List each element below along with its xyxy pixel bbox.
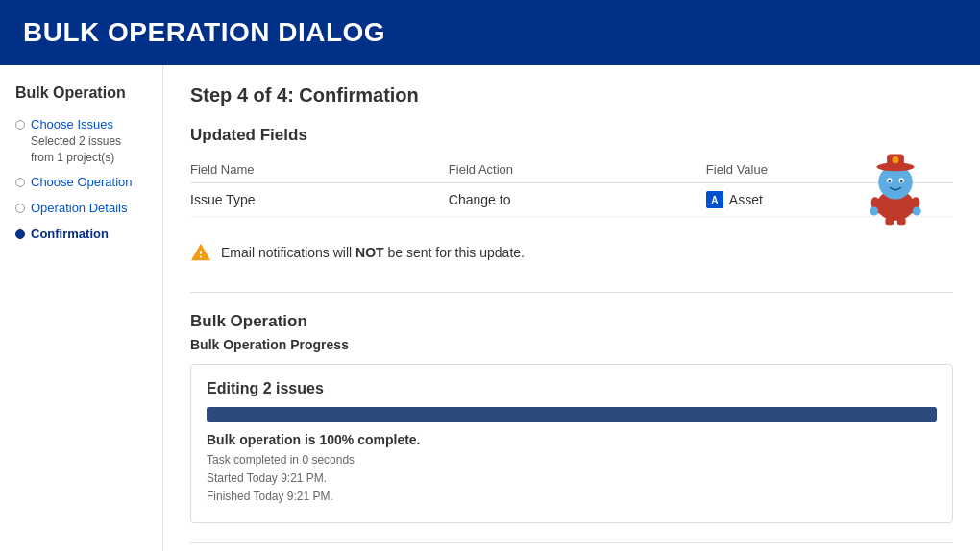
svg-point-4: [888, 180, 891, 183]
main-content: Step 4 of 4: Confirmation: [163, 65, 980, 551]
sidebar-item-label-choose-issues: Choose Issues: [31, 117, 147, 133]
warning-text: Email notifications will NOT be sent for…: [221, 245, 525, 260]
dot-icon-choose-issues: [15, 120, 25, 130]
sidebar-item-label-confirmation: Confirmation: [31, 227, 109, 243]
field-value-text: Asset: [729, 192, 763, 207]
col-header-field-action: Field Action: [449, 156, 706, 183]
col-header-field-name: Field Name: [190, 156, 449, 183]
table-row: Issue Type Change to A Asset: [190, 183, 953, 217]
progress-bar-fill: [207, 407, 937, 422]
sidebar-item-label-operation-details: Operation Details: [31, 201, 127, 217]
section-divider: [190, 292, 953, 293]
dot-icon-choose-operation: [15, 178, 25, 187]
progress-detail-line-1: Task completed in 0 seconds: [207, 451, 937, 469]
bulk-progress-title: Bulk Operation Progress: [190, 337, 953, 352]
cell-field-name: Issue Type: [190, 183, 449, 217]
sidebar-item-choose-issues[interactable]: Choose Issues Selected 2 issues from 1 p…: [15, 117, 147, 165]
svg-point-5: [900, 180, 903, 183]
updated-fields-table: Field Name Field Action Field Value Issu…: [190, 156, 953, 217]
header-title: BULK OPERATION DIALOG: [23, 17, 385, 47]
svg-point-8: [892, 156, 898, 163]
dot-icon-operation-details: [15, 204, 25, 213]
svg-rect-12: [897, 218, 906, 225]
mascot-icon: [857, 150, 934, 227]
asset-type-icon: A: [706, 191, 723, 208]
mascot-container: [857, 150, 934, 229]
svg-rect-11: [885, 218, 894, 225]
progress-detail-line-2: Started Today 9:21 PM.: [207, 469, 937, 488]
sidebar-item-choose-operation[interactable]: Choose Operation: [15, 175, 147, 191]
sidebar-item-label-choose-operation: Choose Operation: [31, 175, 133, 191]
progress-box: Editing 2 issues Bulk operation is 100% …: [190, 364, 953, 523]
cell-field-action: Change to: [449, 183, 706, 217]
bulk-section-title: Bulk Operation: [190, 312, 953, 331]
progress-detail-line-3: Finished Today 9:21 PM.: [207, 488, 937, 506]
progress-bar-container: [207, 407, 937, 422]
progress-box-title: Editing 2 issues: [207, 380, 937, 397]
warning-notice: Email notifications will NOT be sent for…: [190, 232, 953, 273]
progress-status: Bulk operation is 100% complete.: [207, 432, 937, 447]
svg-point-13: [870, 207, 878, 216]
progress-detail: Task completed in 0 seconds Started Toda…: [207, 451, 937, 507]
sidebar: Bulk Operation Choose Issues Selected 2 …: [0, 65, 163, 551]
updated-fields-title: Updated Fields: [190, 126, 953, 145]
svg-point-14: [913, 207, 921, 216]
top-content-area: Step 4 of 4: Confirmation: [190, 84, 953, 273]
sidebar-item-subtext-choose-issues: Selected 2 issues from 1 project(s): [31, 133, 147, 166]
sidebar-item-confirmation[interactable]: Confirmation: [15, 227, 147, 243]
bottom-divider: [190, 542, 953, 543]
dot-icon-confirmation: [15, 229, 25, 239]
step-title: Step 4 of 4: Confirmation: [190, 84, 953, 107]
warning-icon: [190, 242, 211, 263]
page-header: BULK OPERATION DIALOG: [0, 0, 980, 65]
sidebar-title: Bulk Operation: [15, 84, 147, 102]
sidebar-item-operation-details[interactable]: Operation Details: [15, 201, 147, 217]
